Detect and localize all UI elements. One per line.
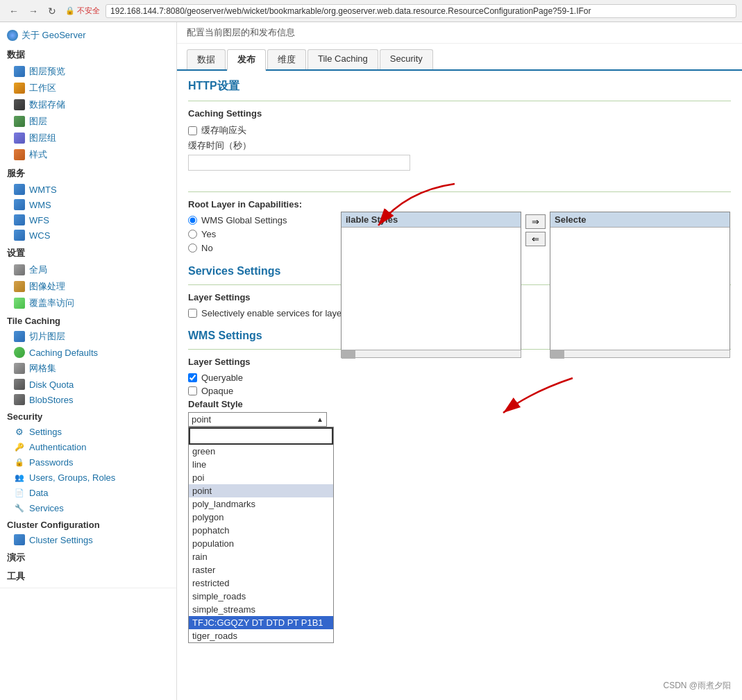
sidebar-item-label: 工作区: [29, 82, 56, 94]
dropdown-option-simple-roads[interactable]: simple_roads: [189, 590, 333, 603]
sidebar-item-tile-layer[interactable]: 切片图层: [0, 328, 176, 345]
available-styles-list[interactable]: ilable Styles: [341, 212, 521, 350]
dropdown-search-input[interactable]: [189, 427, 333, 445]
style-icon: [14, 149, 25, 160]
dropdown-option-pophatch[interactable]: pophatch: [189, 524, 333, 537]
tabs-container: 数据 发布 维度 Tile Caching Security: [177, 44, 742, 71]
about-geoserver-link[interactable]: 关于 GeoServer: [0, 26, 176, 44]
sidebar-item-layer[interactable]: 图层: [0, 113, 176, 130]
radio-wms-global-label: WMS Global Settings: [201, 215, 287, 225]
selectively-enable-label: Selectively enable services for layer: [201, 308, 345, 318]
sidebar-item-caching-defaults[interactable]: Caching Defaults: [0, 345, 176, 360]
dropdown-option-line[interactable]: line: [189, 458, 333, 471]
data-icon: 📄: [14, 487, 25, 498]
sidebar-item-style[interactable]: 样式: [0, 146, 176, 163]
sidebar-item-disk-quota[interactable]: Disk Quota: [0, 377, 176, 392]
add-style-button[interactable]: ⇒: [525, 214, 546, 229]
tab-security[interactable]: Security: [380, 49, 433, 69]
cache-response-headers-checkbox[interactable]: [188, 126, 197, 135]
dropdown-list: green line poi point poly_landmarks poly…: [188, 427, 334, 643]
sidebar-item-users[interactable]: 👥 Users, Groups, Roles: [0, 470, 176, 485]
selected-styles-header: Selecte: [550, 212, 730, 228]
available-styles-scroll[interactable]: [341, 350, 521, 358]
sidebar-item-datastore[interactable]: 数据存储: [0, 96, 176, 113]
styles-panel: ilable Styles ⇒ ⇐ Selecte: [341, 212, 731, 358]
cache-time-input[interactable]: [188, 155, 410, 171]
dropdown-option-simple-streams[interactable]: simple_streams: [189, 603, 333, 616]
address-bar[interactable]: [106, 4, 736, 18]
tab-publish[interactable]: 发布: [227, 49, 266, 71]
selected-styles-list[interactable]: Selecte: [550, 212, 730, 350]
dropdown-option-green[interactable]: green: [189, 445, 333, 458]
scroll-thumb-selected: [550, 350, 564, 359]
sidebar-item-blobstores[interactable]: BlobStores: [0, 392, 176, 407]
sidebar-item-label: 覆盖率访问: [29, 297, 74, 309]
available-styles-box: ilable Styles: [341, 212, 521, 358]
dropdown-option-poi[interactable]: poi: [189, 471, 333, 484]
queryable-checkbox[interactable]: [188, 373, 197, 382]
about-label: 关于 GeoServer: [22, 29, 85, 42]
section-cluster-title: Cluster Configuration: [0, 515, 176, 532]
back-button[interactable]: ←: [6, 4, 22, 18]
sidebar-item-wcs[interactable]: WCS: [0, 228, 176, 243]
wms-layer-settings-title: Layer Settings: [188, 357, 731, 367]
dropdown-option-rain[interactable]: rain: [189, 550, 333, 563]
style-select-wrapper: point ▲ green line poi point poly_landma…: [188, 412, 327, 427]
services-icon: 🔧: [14, 502, 25, 513]
dropdown-option-poly-landmarks[interactable]: poly_landmarks: [189, 497, 333, 511]
sidebar-item-passwords[interactable]: 🔒 Passwords: [0, 454, 176, 470]
sidebar-item-wmts[interactable]: WMTS: [0, 182, 176, 197]
sidebar-item-image[interactable]: 图像处理: [0, 278, 176, 295]
radio-yes-input[interactable]: [188, 230, 197, 239]
sidebar-item-workspace[interactable]: 工作区: [0, 80, 176, 96]
cluster-icon: [14, 534, 25, 545]
dropdown-option-restricted[interactable]: restricted: [189, 577, 333, 590]
sidebar-item-label: WMTS: [29, 185, 57, 195]
global-icon: [14, 264, 25, 275]
page-description: 配置当前图层的和发布信息: [177, 22, 742, 44]
style-select-display[interactable]: point ▲: [188, 412, 327, 427]
dropdown-option-tiger-roads[interactable]: tiger_roads: [189, 629, 333, 642]
dropdown-option-point[interactable]: point: [189, 484, 333, 497]
users-icon: 👥: [14, 472, 25, 483]
sidebar-item-label: WMS: [29, 200, 51, 210]
dropdown-option-population[interactable]: population: [189, 537, 333, 550]
sidebar-item-global[interactable]: 全局: [0, 262, 176, 278]
section-services-title: 服务: [0, 163, 176, 182]
forward-button[interactable]: →: [25, 4, 42, 18]
sidebar-item-layergroup[interactable]: 图层组: [0, 130, 176, 146]
sidebar-item-security-settings[interactable]: ⚙ Settings: [0, 424, 176, 439]
remove-style-button[interactable]: ⇐: [525, 232, 546, 246]
tab-tile-caching[interactable]: Tile Caching: [307, 49, 378, 69]
radio-no-input[interactable]: [188, 244, 197, 253]
cache-response-headers-row: 缓存响应头: [188, 124, 731, 137]
caching-settings-title: Caching Settings: [188, 108, 731, 119]
dropdown-option-raster[interactable]: raster: [189, 563, 333, 577]
dropdown-option-polygon[interactable]: polygon: [189, 511, 333, 524]
security-warning: 🔒 不安全: [65, 6, 100, 16]
tab-dimensions[interactable]: 维度: [267, 49, 306, 69]
sidebar-item-coverage[interactable]: 覆盖率访问: [0, 295, 176, 311]
dropdown-option-tfjc[interactable]: TFJC:GGQZY DT DTD PT P1B1: [189, 616, 333, 629]
settings-icon: ⚙: [14, 426, 25, 437]
selected-styles-scroll[interactable]: [550, 350, 730, 358]
layergroup-icon: [14, 133, 25, 144]
queryable-label: Queryable: [201, 373, 243, 383]
opaque-checkbox[interactable]: [188, 386, 197, 395]
radio-wms-global-input[interactable]: [188, 216, 197, 225]
tab-data[interactable]: 数据: [187, 49, 226, 69]
sidebar-item-cluster-settings[interactable]: Cluster Settings: [0, 532, 176, 547]
refresh-button[interactable]: ↻: [44, 4, 60, 18]
sidebar-item-services[interactable]: 🔧 Services: [0, 500, 176, 515]
sidebar-item-label: 图层预览: [29, 65, 65, 78]
sidebar-item-gridset[interactable]: 网格集: [0, 360, 176, 377]
radio-yes-label: Yes: [201, 229, 216, 239]
sidebar-item-wfs[interactable]: WFS: [0, 212, 176, 228]
sidebar-item-data[interactable]: 📄 Data: [0, 485, 176, 500]
selectively-enable-checkbox[interactable]: [188, 309, 197, 318]
sidebar-item-authentication[interactable]: 🔑 Authentication: [0, 439, 176, 454]
layer-icon: [14, 116, 25, 127]
sidebar-item-label: WFS: [29, 215, 49, 225]
sidebar-item-layers-preview[interactable]: 图层预览: [0, 63, 176, 80]
sidebar-item-wms[interactable]: WMS: [0, 197, 176, 212]
